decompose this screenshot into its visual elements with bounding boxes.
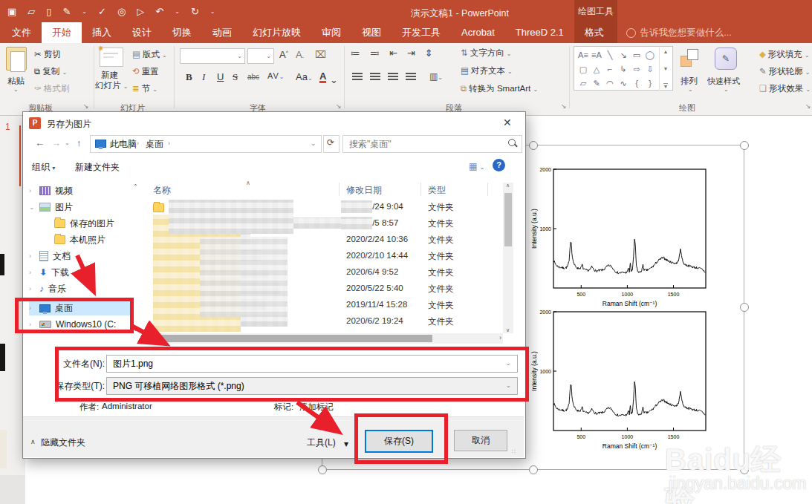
character-spacing-button[interactable]: AV⌄ <box>267 71 285 80</box>
ribbon-tab[interactable]: 格式 <box>574 22 614 43</box>
ribbon-tab[interactable]: 动画 <box>202 22 242 43</box>
forward-icon[interactable]: → <box>51 137 61 148</box>
oval-icon[interactable]: ◯ <box>643 48 657 62</box>
down-arrow-icon[interactable]: ⇩ <box>643 62 657 76</box>
shape-outline-button[interactable]: ✎形状轮廓 ⌄ <box>759 66 811 77</box>
new-folder-button[interactable]: 新建文件夹 <box>75 161 120 174</box>
grow-font-icon[interactable]: A^ <box>279 49 288 60</box>
shrink-font-icon[interactable]: Aˇ <box>296 49 304 62</box>
columns-icon[interactable]: ▥⌄ <box>429 71 443 82</box>
column-header-name[interactable]: 名称 <box>153 184 171 197</box>
redo-icon[interactable]: ↻ <box>191 6 199 17</box>
smartart-button[interactable]: ⧉转换为 SmartArt ⌄ <box>461 83 538 94</box>
ribbon-tab[interactable]: 视图 <box>351 22 392 43</box>
add-tags-link[interactable]: 添加标记 <box>299 402 334 413</box>
ribbon-tab[interactable]: 幻灯片放映 <box>242 22 311 43</box>
tools-dropdown-icon[interactable]: ▾ <box>344 439 348 449</box>
right-arrow-icon[interactable]: ⇨ <box>630 62 643 76</box>
ribbon-tab[interactable]: 开发工具 <box>392 22 451 43</box>
tree-item[interactable]: › ♪ 音乐 <box>29 281 133 296</box>
reset-button[interactable]: ⟲重置 <box>132 66 159 77</box>
tree-item[interactable]: 本机照片 <box>44 232 148 247</box>
clipboard-dialog-launcher-icon[interactable]: ↘ <box>83 102 89 110</box>
cut-button[interactable]: ✂剪切 <box>34 49 61 60</box>
font-color-button[interactable]: A <box>319 71 326 83</box>
tell-me-box[interactable]: 告诉我您想要做什么... <box>626 22 732 43</box>
align-right-icon[interactable] <box>388 73 398 81</box>
ribbon-tab[interactable]: 插入 <box>82 22 122 43</box>
tree-item[interactable]: › 视频 <box>29 183 133 198</box>
ribbon-tab[interactable]: 切换 <box>162 22 202 43</box>
new-icon[interactable]: ▯ <box>46 6 51 17</box>
ribbon-tab[interactable]: ThreeD 2.1 <box>505 22 574 43</box>
arrow-icon[interactable]: ↘ <box>617 48 630 62</box>
column-header-type[interactable]: 类型 <box>428 184 446 197</box>
help-icon[interactable]: ? <box>493 159 505 171</box>
tree-item[interactable]: ⌄ 图片 <box>29 200 133 215</box>
recent-locations-icon[interactable]: ⌄ <box>65 140 70 146</box>
slideshow-icon[interactable]: ▷ <box>137 6 144 17</box>
arrange-button[interactable]: 排列 <box>681 76 698 87</box>
change-case-button[interactable]: Aa⌄ <box>296 71 313 82</box>
dropdown-icon[interactable]: ⌄ <box>175 8 180 15</box>
underline-button[interactable]: U <box>217 71 224 82</box>
right-brace-icon[interactable]: } <box>643 76 657 90</box>
address-dropdown-icon[interactable]: ⌄ <box>311 140 316 147</box>
resize-handle[interactable] <box>529 141 538 150</box>
dropdown-icon[interactable]: ⌄ <box>82 8 87 15</box>
font-dialog-launcher-icon[interactable]: ↘ <box>336 102 342 110</box>
tree-item[interactable]: › 文档 <box>29 249 133 264</box>
align-left-icon[interactable] <box>352 73 363 81</box>
up-icon[interactable]: ↑ <box>77 137 82 148</box>
close-icon[interactable]: ✕ <box>503 117 512 128</box>
align-text-button[interactable]: ▤对齐文本 ⌄ <box>461 65 513 76</box>
tree-scroll-down-icon[interactable]: ⌄ <box>133 326 138 333</box>
decrease-indent-icon[interactable]: ⇤ <box>389 48 397 59</box>
elbow-arrow-icon[interactable]: ↳ <box>617 62 630 76</box>
chevron-down-icon[interactable]: ⌄ <box>13 86 19 93</box>
clear-formatting-icon[interactable]: ⌧ <box>315 49 326 60</box>
font-size-combo[interactable]: ⌄ <box>247 48 274 64</box>
ribbon-tab[interactable]: 开始 <box>42 22 82 43</box>
more-commands-icon[interactable]: ⌄ <box>210 8 215 15</box>
resize-handle[interactable] <box>318 465 327 474</box>
resize-handle[interactable] <box>529 465 538 474</box>
resize-handle[interactable] <box>740 303 749 312</box>
copy-button[interactable]: ⧉复制 ⌄ <box>34 66 67 77</box>
refresh-button[interactable]: ⟳ <box>323 135 340 153</box>
hide-folders-button[interactable]: 隐藏文件夹 <box>41 436 85 449</box>
bold-button[interactable]: B <box>186 71 192 83</box>
rectangle-icon[interactable]: ▭ <box>630 48 643 62</box>
quick-styles-button[interactable]: 快速样式 <box>707 76 740 87</box>
drawing-dialog-launcher-icon[interactable]: ↘ <box>805 102 811 110</box>
numbering-icon[interactable]: ≕ <box>370 48 380 59</box>
print-preview-icon[interactable]: ◎ <box>117 6 126 17</box>
layout-button[interactable]: ▤版式 ⌄ <box>132 49 167 60</box>
undo-icon[interactable]: ↶ <box>155 6 163 17</box>
line-spacing-icon[interactable]: ⇕ <box>425 48 433 59</box>
paste-button[interactable]: 粘贴 <box>7 76 25 87</box>
address-bar[interactable]: 此电脑 › 桌面 › ⌄ <box>90 135 322 153</box>
search-icon[interactable] <box>508 139 516 146</box>
bullets-icon[interactable]: ≔ <box>351 48 360 59</box>
elbow-connector-icon[interactable]: ⌐ <box>603 62 617 76</box>
align-center-icon[interactable] <box>370 73 380 81</box>
parallelogram-icon[interactable]: ▱ <box>576 76 590 90</box>
shape-gallery-scrollbar[interactable]: ▲▼▼ <box>659 48 672 91</box>
touch-mode-icon[interactable]: ✎ <box>62 6 71 17</box>
tree-item[interactable]: 保存的图片 <box>44 216 148 231</box>
view-mode-icon[interactable]: ▦ ⌄ <box>469 161 484 171</box>
arc-icon[interactable]: ◠ <box>603 76 617 90</box>
tree-scroll-up-icon[interactable]: ⌃ <box>133 183 138 190</box>
curve-icon[interactable]: ∿ <box>617 76 630 90</box>
column-header-date[interactable]: 修改日期 <box>346 184 382 197</box>
vertical-scrollbar[interactable]: ∧ ∨ <box>503 183 513 333</box>
organize-button[interactable]: 组织 ▾ <box>32 161 55 174</box>
breadcrumb-desktop[interactable]: 桌面 <box>146 138 163 151</box>
line-icon[interactable]: ╲ <box>603 48 617 62</box>
shape-effects-button[interactable]: ❑形状效果 ⌄ <box>759 83 811 94</box>
search-box[interactable]: 搜索"桌面" <box>342 135 522 153</box>
increase-indent-icon[interactable]: ⇥ <box>407 48 415 59</box>
save-icon[interactable]: ▣ <box>7 6 16 17</box>
text-direction-button[interactable]: ⇅文字方向 ⌄ <box>461 48 512 59</box>
